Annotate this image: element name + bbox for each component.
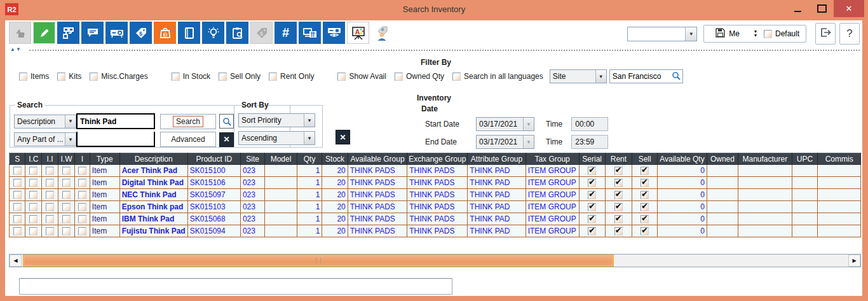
suggestions-button[interactable] bbox=[202, 22, 224, 44]
table-row[interactable]: ItemEpson Think padSK015103023120THINK P… bbox=[10, 201, 861, 213]
misc-charges-checkbox[interactable] bbox=[90, 73, 98, 81]
column-header-upc[interactable]: UPC bbox=[792, 153, 818, 165]
column-header-attribute_group[interactable]: Attribute Group bbox=[468, 153, 526, 165]
serial-checkbox[interactable] bbox=[588, 167, 596, 175]
splitter-arrows-icon[interactable]: ▲▼ bbox=[10, 46, 22, 52]
sell-checkbox[interactable] bbox=[641, 227, 649, 235]
kits-checkbox[interactable] bbox=[57, 73, 65, 81]
save-me-button[interactable]: Me bbox=[704, 25, 751, 42]
catalog-button[interactable] bbox=[178, 22, 200, 44]
serial-checkbox[interactable] bbox=[588, 215, 596, 223]
ic-checkbox[interactable] bbox=[29, 167, 37, 175]
default-checkbox[interactable] bbox=[764, 30, 772, 38]
iw-checkbox[interactable] bbox=[62, 191, 71, 199]
search-button[interactable]: Search bbox=[160, 114, 216, 129]
column-header-tax_group[interactable]: Tax Group bbox=[526, 153, 579, 165]
column-header-ii[interactable]: I.I bbox=[42, 153, 58, 165]
artboard-button[interactable]: A bbox=[347, 22, 369, 44]
select-checkbox[interactable] bbox=[13, 191, 22, 199]
collapse-splitter[interactable]: ▲▼ bbox=[8, 48, 860, 53]
view-profile-combobox[interactable]: ▼ bbox=[627, 27, 697, 41]
search-magnifier-icon[interactable] bbox=[672, 71, 682, 82]
column-header-rent[interactable]: Rent bbox=[605, 153, 632, 165]
i-checkbox[interactable] bbox=[78, 167, 86, 175]
column-header-ic[interactable]: I.C bbox=[25, 153, 42, 165]
search-field-select[interactable]: Description ▼ bbox=[14, 115, 76, 129]
column-header-sell[interactable]: Sell bbox=[632, 153, 658, 165]
exit-button[interactable] bbox=[815, 23, 836, 45]
column-header-exchange_group[interactable]: Exchange Group bbox=[407, 153, 468, 165]
search-mode-select[interactable]: Any Part of ... ▼ bbox=[14, 132, 76, 146]
i-checkbox[interactable] bbox=[78, 215, 86, 223]
table-row[interactable]: ItemNEC Think PadSK015097023120THINK PAD… bbox=[10, 189, 861, 201]
column-header-site[interactable]: Site bbox=[240, 153, 264, 165]
start-time-value[interactable]: 00:00 bbox=[571, 117, 608, 131]
iw-checkbox[interactable] bbox=[62, 227, 71, 235]
i-checkbox[interactable] bbox=[78, 203, 86, 211]
table-row[interactable]: ItemDigital Think PadSK015106023120THINK… bbox=[10, 177, 861, 189]
select-checkbox[interactable] bbox=[13, 167, 22, 175]
column-header-type[interactable]: Type bbox=[90, 153, 119, 165]
chevron-down-icon[interactable]: ▼ bbox=[685, 27, 696, 41]
items-checkbox[interactable] bbox=[19, 73, 27, 81]
select-checkbox[interactable] bbox=[13, 203, 22, 211]
notes-button[interactable] bbox=[81, 22, 104, 44]
sell-checkbox[interactable] bbox=[641, 167, 649, 175]
iw-checkbox[interactable] bbox=[62, 167, 71, 175]
sort-priority-select[interactable]: Sort Priority ▼ bbox=[238, 113, 315, 127]
rent-checkbox[interactable] bbox=[614, 203, 623, 211]
column-header-description[interactable]: Description bbox=[119, 153, 187, 165]
ic-checkbox[interactable] bbox=[29, 191, 37, 199]
hash-number-button[interactable]: # bbox=[275, 22, 297, 44]
device-schedule-button[interactable] bbox=[299, 22, 321, 44]
ic-checkbox[interactable] bbox=[29, 179, 37, 187]
projector-view-button[interactable] bbox=[323, 22, 345, 44]
scrollbar-thumb[interactable] bbox=[23, 255, 614, 267]
search-query-input[interactable] bbox=[76, 113, 155, 129]
all-languages-checkbox[interactable] bbox=[452, 73, 461, 81]
site-filter-select[interactable]: Site ▼ bbox=[550, 69, 607, 83]
column-header-available_group[interactable]: Available Group bbox=[348, 153, 407, 165]
iw-checkbox[interactable] bbox=[62, 179, 71, 187]
rent-checkbox[interactable] bbox=[614, 167, 623, 175]
category-tree-button[interactable] bbox=[57, 22, 79, 44]
ii-checkbox[interactable] bbox=[46, 167, 54, 175]
advanced-button[interactable]: Advanced bbox=[160, 132, 216, 147]
column-header-qty[interactable]: Qty bbox=[297, 153, 322, 165]
select-checkbox[interactable] bbox=[13, 179, 22, 187]
clear-search-button[interactable]: ✕ bbox=[219, 132, 234, 147]
table-row[interactable]: ItemIBM Think PadSK015068023120THINK PAD… bbox=[10, 213, 861, 225]
rent-only-checkbox[interactable] bbox=[269, 73, 277, 81]
select-checkbox[interactable] bbox=[13, 227, 22, 235]
start-date-select[interactable]: 03/17/2021 ▼ bbox=[476, 117, 534, 131]
serial-checkbox[interactable] bbox=[588, 227, 596, 235]
sell-checkbox[interactable] bbox=[641, 203, 649, 211]
end-date-select[interactable]: 03/17/2021 ▼ bbox=[476, 135, 534, 149]
purchase-button[interactable]: $ bbox=[154, 22, 176, 44]
column-header-product_id[interactable]: Product ID bbox=[187, 153, 240, 165]
i-checkbox[interactable] bbox=[78, 179, 86, 187]
search-query2-input[interactable] bbox=[76, 132, 155, 147]
in-stock-checkbox[interactable] bbox=[172, 73, 180, 81]
iw-checkbox[interactable] bbox=[62, 215, 71, 223]
minimize-button[interactable] bbox=[785, 0, 810, 17]
column-header-iw[interactable]: I.W bbox=[58, 153, 75, 165]
ic-checkbox[interactable] bbox=[29, 215, 37, 223]
help-button[interactable]: ? bbox=[839, 23, 860, 45]
i-checkbox[interactable] bbox=[78, 227, 86, 235]
ii-checkbox[interactable] bbox=[46, 215, 54, 223]
column-header-manufacturer[interactable]: Manufacturer bbox=[738, 153, 792, 165]
serial-checkbox[interactable] bbox=[588, 179, 596, 187]
rent-checkbox[interactable] bbox=[614, 191, 623, 199]
table-row[interactable]: ItemFujistu Think PadSK015094023120THINK… bbox=[10, 225, 861, 237]
column-header-stock[interactable]: Stock bbox=[322, 153, 348, 165]
rent-checkbox[interactable] bbox=[614, 179, 623, 187]
maximize-button[interactable] bbox=[810, 0, 834, 17]
status-input[interactable] bbox=[20, 279, 452, 294]
profile-spinner[interactable]: ▼▼ bbox=[751, 27, 760, 41]
ic-checkbox[interactable] bbox=[29, 227, 37, 235]
select-checkbox[interactable] bbox=[13, 215, 22, 223]
rent-checkbox[interactable] bbox=[614, 215, 623, 223]
i-checkbox[interactable] bbox=[78, 191, 86, 199]
end-time-value[interactable]: 23:59 bbox=[571, 135, 608, 149]
